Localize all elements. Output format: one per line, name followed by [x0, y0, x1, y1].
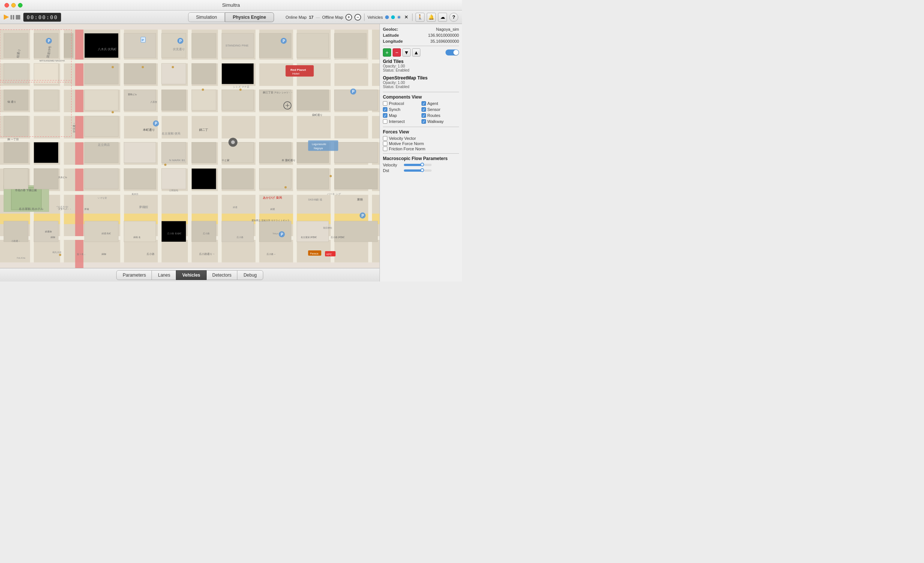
svg-rect-57: [124, 142, 156, 163]
svg-text:KFC: KFC: [327, 253, 332, 256]
svg-text:名古屋栄 伊勢町: 名古屋栄 伊勢町: [301, 236, 317, 238]
cb-friction-force[interactable]: Friction Force Norm: [383, 147, 459, 151]
svg-point-179: [164, 164, 166, 166]
svg-text:東映: 東映: [357, 198, 363, 201]
svg-rect-12: [60, 30, 64, 262]
latitude-row: Latitude 136.9010000000: [383, 33, 459, 37]
cb-routes[interactable]: ✓ Routes: [422, 113, 459, 118]
remove-layer-button[interactable]: −: [393, 48, 401, 57]
cb-agent[interactable]: ✓ Agent: [422, 101, 459, 106]
vehicles-label: Vehicles: [368, 15, 383, 19]
components-view-title: Components View: [383, 94, 459, 100]
cb-map-label: Map: [389, 113, 397, 118]
map-area[interactable]: 桜通り 国道19号 八木兵 伏馬町 伏見通り STANDING PINE 伏見通…: [0, 24, 380, 282]
cb-map-box[interactable]: ✓: [383, 113, 387, 118]
svg-text:伏見通→: 伏見通→: [73, 122, 75, 133]
svg-rect-27: [34, 33, 58, 58]
cb-velocity-vector[interactable]: Velocity Vector: [383, 136, 459, 141]
svg-text:名古屋郵 便局: 名古屋郵 便局: [162, 132, 180, 135]
cb-friction-box[interactable]: [383, 147, 387, 151]
bell-icon-btn[interactable]: 🔔: [427, 13, 436, 22]
play-button[interactable]: [4, 15, 9, 20]
svg-point-174: [142, 66, 144, 68]
add-layer-button[interactable]: +: [383, 48, 391, 57]
move-down-button[interactable]: ▼: [402, 48, 411, 57]
svg-rect-13: [120, 30, 124, 262]
velocity-slider[interactable]: [404, 164, 459, 166]
svg-text:シミズ マナ店: シミズ マナ店: [233, 85, 249, 88]
svg-rect-76: [84, 169, 118, 189]
main-content: 桜通り 国道19号 八木兵 伏馬町 伏見通り STANDING PINE 伏見通…: [0, 24, 462, 282]
tab-simulation[interactable]: Simulation: [188, 12, 225, 22]
svg-rect-75: [34, 169, 58, 189]
cloud-icon-btn[interactable]: ☁: [438, 13, 447, 22]
close-button[interactable]: [4, 3, 9, 7]
svg-rect-72: [297, 221, 329, 242]
svg-rect-38: [124, 63, 156, 84]
svg-rect-33: [84, 90, 118, 110]
svg-text:広小路: 広小路: [203, 232, 210, 235]
grid-tiles-opacity: Opacity: 1.00: [383, 64, 459, 68]
bottom-tabs: Parameters Lanes Vehicles Detectors Debu…: [0, 268, 380, 282]
svg-point-180: [284, 186, 286, 189]
help-icon-btn[interactable]: ?: [449, 13, 458, 22]
svg-text:広小路: 広小路: [237, 236, 243, 238]
svg-text:錦二丁: 錦二丁: [199, 128, 208, 132]
latitude-value: 136.9010000000: [428, 33, 459, 37]
layer-toggle[interactable]: [446, 49, 459, 55]
tab-debug[interactable]: Debug: [237, 270, 263, 280]
cb-agent-box[interactable]: ✓: [422, 101, 426, 106]
divider-2: [383, 92, 459, 92]
move-up-button[interactable]: ▲: [412, 48, 420, 57]
cb-walkway[interactable]: ✓ Walkway: [422, 119, 459, 124]
stop-button[interactable]: [16, 15, 20, 19]
zoom-in-button[interactable]: +: [345, 14, 352, 21]
macroscopic-flow-section: Macroscopic Flow Parameters Velocity Dst: [383, 156, 459, 173]
svg-rect-42: [192, 63, 216, 84]
tab-lanes[interactable]: Lanes: [152, 270, 177, 280]
svg-rect-25: [4, 142, 28, 163]
svg-text:豊島ビル: 豊島ビル: [128, 93, 137, 96]
cb-protocol-box[interactable]: [383, 101, 387, 106]
osm-tiles-opacity: Opacity: 1.00: [383, 81, 459, 85]
svg-text:P: P: [142, 38, 144, 42]
svg-text:鍋通: 鍋通: [270, 208, 275, 210]
tab-physics-engine[interactable]: Physics Engine: [225, 12, 274, 22]
tab-vehicles[interactable]: Vehicles: [176, 270, 207, 280]
cb-synch-box[interactable]: ✓: [383, 107, 387, 112]
svg-rect-29: [34, 90, 58, 110]
longitude-label: Longitude: [383, 39, 403, 43]
svg-rect-17: [255, 30, 259, 262]
svg-text:アロン シャツ・・: アロン シャツ・・: [274, 91, 293, 94]
cb-map[interactable]: ✓ Map: [383, 113, 421, 118]
svg-text:錦通: 錦通: [233, 206, 237, 208]
cb-walkway-box[interactable]: ✓: [422, 119, 426, 124]
tab-parameters[interactable]: Parameters: [116, 270, 152, 280]
svg-rect-55: [34, 142, 58, 163]
svg-text:锦 通り: 锦 通り: [7, 100, 16, 103]
cb-intersect[interactable]: Intersect: [383, 119, 421, 124]
cb-motive-box[interactable]: [383, 141, 387, 146]
walk-icon-btn[interactable]: 🚶: [416, 13, 424, 22]
cb-velocity-box[interactable]: [383, 136, 387, 141]
cb-motive-force[interactable]: Motive Force Norm: [383, 141, 459, 146]
cb-synch[interactable]: ✓ Synch: [383, 107, 421, 112]
cb-protocol[interactable]: Protocol: [383, 101, 421, 106]
svg-rect-28: [34, 63, 58, 84]
dst-slider[interactable]: [404, 169, 459, 172]
svg-rect-68: [162, 221, 186, 242]
cb-sensor[interactable]: ✓ Sensor: [422, 107, 459, 112]
map-canvas[interactable]: 桜通り 国道19号 八木兵 伏馬町 伏見通り STANDING PINE 伏見通…: [0, 24, 380, 268]
x-button[interactable]: ✕: [403, 14, 409, 20]
tab-detectors[interactable]: Detectors: [206, 270, 238, 280]
zoom-out-button[interactable]: −: [354, 14, 361, 21]
minimize-button[interactable]: [11, 3, 16, 7]
fullscreen-button[interactable]: [18, 3, 22, 7]
cb-sensor-box[interactable]: ✓: [422, 107, 426, 112]
cb-routes-box[interactable]: ✓: [422, 113, 426, 118]
window-title: Simultra: [222, 2, 240, 8]
svg-rect-73: [334, 221, 378, 242]
cb-intersect-box[interactable]: [383, 119, 387, 124]
svg-rect-40: [162, 63, 186, 84]
pause-button[interactable]: [10, 15, 14, 19]
